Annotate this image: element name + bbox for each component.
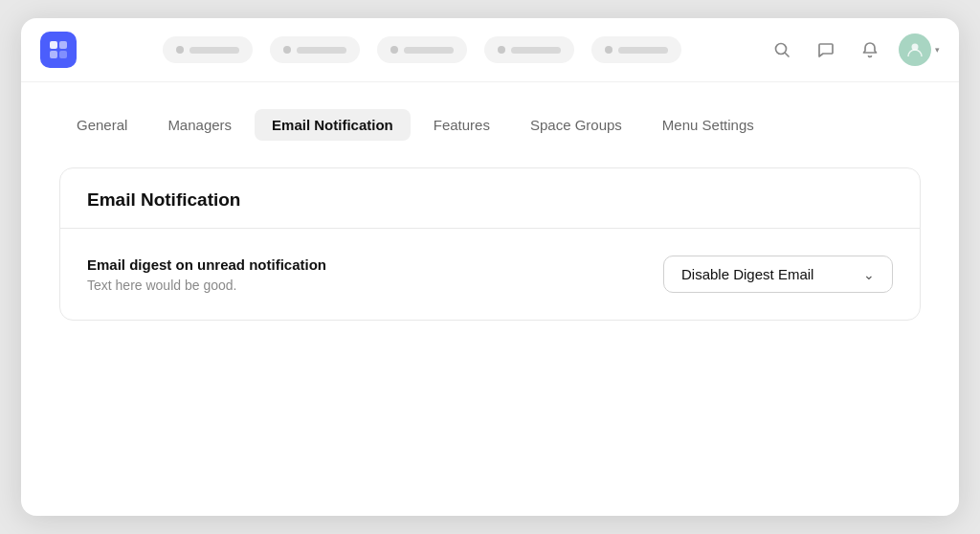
search-icon	[773, 41, 791, 58]
nav-pill-5-dot	[605, 46, 612, 54]
avatar-wrap[interactable]: ▾	[899, 33, 940, 66]
logo-icon	[48, 39, 69, 60]
search-button[interactable]	[767, 34, 797, 65]
tab-email-notification[interactable]: Email Notification	[255, 109, 411, 141]
dropdown-chevron-icon: ⌄	[863, 267, 875, 282]
svg-rect-2	[50, 51, 57, 58]
message-button[interactable]	[811, 34, 841, 65]
notification-button[interactable]	[855, 34, 885, 65]
nav-pill-3-dot	[390, 46, 398, 54]
tabs-bar: General Managers Email Notification Feat…	[59, 109, 921, 141]
svg-rect-3	[59, 51, 67, 58]
topbar-actions: ▾	[767, 33, 940, 66]
main-content: General Managers Email Notification Feat…	[21, 82, 959, 516]
card-row-info: Email digest on unread notification Text…	[87, 256, 326, 293]
nav-pill-5-line	[618, 47, 668, 54]
avatar-chevron-icon: ▾	[935, 45, 940, 55]
digest-dropdown[interactable]: Disable Digest Email ⌄	[663, 256, 893, 293]
nav-pill-4-line	[511, 47, 561, 54]
nav-pill-3[interactable]	[377, 36, 467, 63]
logo-button[interactable]	[40, 32, 77, 68]
message-icon	[817, 41, 835, 58]
app-window: ▾ General Managers Email Notification Fe…	[21, 18, 959, 516]
tab-general[interactable]: General	[59, 109, 145, 141]
tab-managers[interactable]: Managers	[150, 109, 249, 141]
nav-pill-1[interactable]	[163, 36, 253, 63]
topbar: ▾	[21, 18, 959, 82]
tab-features[interactable]: Features	[416, 109, 507, 141]
dropdown-value: Disable Digest Email	[681, 266, 813, 282]
card-title: Email Notification	[87, 189, 240, 210]
nav-pill-1-dot	[176, 46, 184, 54]
bell-icon	[861, 41, 879, 58]
nav-pill-3-line	[404, 47, 454, 54]
nav-pill-5[interactable]	[591, 36, 681, 63]
nav-pill-2[interactable]	[270, 36, 360, 63]
svg-point-4	[776, 44, 787, 55]
nav-pill-4-dot	[498, 46, 505, 54]
svg-line-5	[786, 54, 790, 57]
nav-pill-2-dot	[283, 46, 291, 54]
nav-pill-4[interactable]	[484, 36, 574, 63]
topbar-nav	[92, 36, 751, 63]
card-header: Email Notification	[60, 168, 920, 229]
avatar-icon	[905, 40, 924, 59]
card-row-digest: Email digest on unread notification Text…	[60, 229, 920, 320]
avatar[interactable]	[899, 33, 931, 66]
tab-space-groups[interactable]: Space Groups	[513, 109, 639, 141]
svg-rect-0	[50, 41, 57, 49]
tab-menu-settings[interactable]: Menu Settings	[645, 109, 771, 141]
nav-pill-1-line	[189, 47, 239, 54]
settings-card: Email Notification Email digest on unrea…	[59, 167, 921, 321]
row-label: Email digest on unread notification	[87, 256, 326, 273]
row-description: Text here would be good.	[87, 278, 326, 293]
svg-rect-1	[59, 41, 67, 49]
nav-pill-2-line	[297, 47, 346, 54]
